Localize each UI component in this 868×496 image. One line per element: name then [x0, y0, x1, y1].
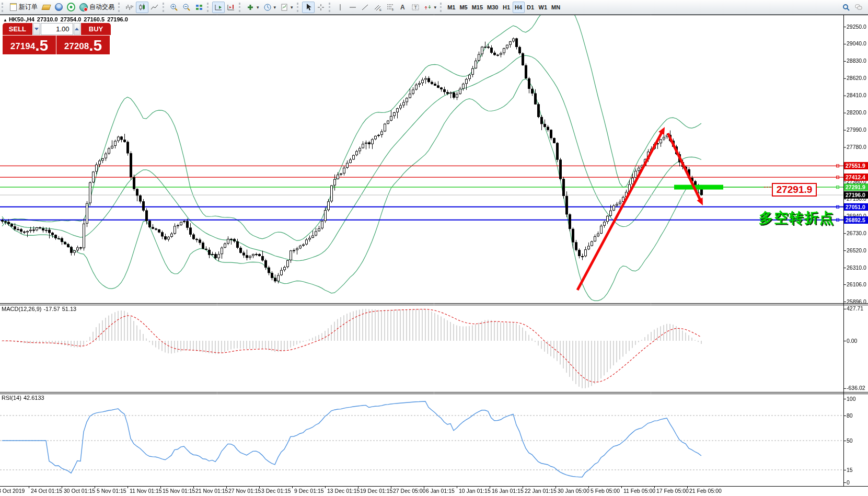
auto-scroll-button[interactable] [212, 2, 225, 13]
price-axis-tick: 28620.0 [847, 75, 866, 82]
dropdown-arrow-icon[interactable]: ▾ [434, 5, 437, 10]
triangle-down-icon [34, 28, 39, 30]
price-axis-tick: 25896.0 [847, 298, 866, 305]
chart-canvas[interactable] [0, 0, 868, 496]
toolbar-grip [440, 3, 443, 12]
line-chart-button[interactable] [148, 2, 161, 13]
periods-icon [263, 3, 272, 11]
tf-w1-button[interactable]: W1 [537, 2, 550, 13]
sell-price-main: 27194 [10, 40, 35, 53]
zoom-in-button[interactable] [168, 2, 180, 13]
autotrading-button[interactable]: 自动交易 [77, 2, 117, 13]
time-axis-label: 6 Jan 01:15 [426, 488, 455, 494]
chart-shift-button[interactable] [225, 2, 237, 13]
price-axis-tick: 26730.0 [847, 230, 866, 237]
price-axis-tick: 29040.0 [847, 40, 866, 47]
metaeditor-button[interactable] [40, 2, 52, 13]
crosshair-button[interactable] [315, 2, 327, 13]
volume-input[interactable] [41, 23, 73, 35]
zoom-out-button[interactable] [180, 2, 193, 13]
buy-price-pips: .5 [89, 38, 102, 53]
price-axis-tick: 26310.0 [847, 264, 866, 271]
text-button[interactable]: A [397, 2, 409, 13]
sell-price-pips: .5 [35, 38, 48, 53]
rsi-indicator-label: RSI(14)42.6133 [2, 395, 47, 401]
toolbar-right [840, 2, 868, 13]
rsi-value: 42.6133 [24, 395, 44, 401]
bars-icon [125, 3, 134, 11]
volume-decrease-button[interactable] [33, 23, 40, 35]
tile-windows-button[interactable] [193, 2, 205, 13]
arrows-button[interactable]: ▾ [422, 2, 439, 13]
ohlc-high: 27354.0 [61, 16, 82, 22]
crosshair-icon [317, 3, 325, 11]
ohlc-open: 27310.0 [37, 16, 58, 22]
sell-price-panel[interactable]: 27194 .5 [3, 36, 56, 54]
time-axis-label: 27 Nov 01:15 [228, 488, 261, 494]
svg-text:F: F [392, 8, 394, 11]
collapse-triangle-icon[interactable]: ▲ [3, 18, 7, 22]
shapes-icon [424, 3, 432, 11]
vertical-line-button[interactable] [334, 2, 346, 13]
search-button[interactable] [840, 2, 852, 13]
time-axis-label: 27 Dec 05:00 [393, 488, 425, 494]
tf-m15-label: M15 [472, 4, 483, 10]
tf-h1-button[interactable]: H1 [501, 2, 513, 13]
periods-button[interactable]: ▾ [261, 2, 279, 13]
rsi-name: RSI(14) [2, 395, 21, 401]
price-axis-tick: 28410.0 [847, 92, 866, 99]
price-level-tag: 27291.9 [844, 183, 868, 191]
search-icon [842, 3, 850, 11]
autotrading-icon [79, 3, 88, 11]
tf-m1-label: M1 [447, 4, 455, 10]
cursor-icon [304, 3, 313, 11]
price-axis-tick: 26106.0 [847, 281, 866, 288]
indicators-button[interactable]: ▾ [244, 2, 261, 13]
sell-button[interactable]: SELL [3, 23, 32, 35]
time-axis-label: 13 Dec 01:15 [327, 488, 360, 494]
text-label-button[interactable]: T [409, 2, 422, 13]
metaeditor-icon [42, 3, 50, 11]
tf-mn-button[interactable]: MN [549, 2, 562, 13]
time-axis-label: 11 Feb 05:00 [623, 488, 655, 494]
tf-m5-label: M5 [459, 4, 467, 10]
dropdown-arrow-icon[interactable]: ▾ [257, 5, 259, 10]
new-order-button[interactable]: 新订单 [7, 2, 40, 13]
candlestick-chart-button[interactable] [136, 2, 148, 13]
tf-m30-button[interactable]: M30 [485, 2, 500, 13]
autotrading-label: 自动交易 [89, 3, 114, 11]
dropdown-arrow-icon[interactable]: ▾ [274, 5, 276, 10]
price-annotation-tag[interactable]: 27291.9 [772, 183, 817, 197]
buy-price-panel[interactable]: 27208 .5 [56, 36, 110, 54]
tf-d1-button[interactable]: D1 [525, 2, 537, 13]
community-button[interactable] [52, 2, 65, 13]
candlesticks-icon [138, 3, 146, 11]
trendline-button[interactable] [359, 2, 372, 13]
horizontal-line-button[interactable] [346, 2, 359, 13]
ohlc-close: 27196.0 [107, 16, 128, 22]
signals-button[interactable] [65, 2, 77, 13]
equidistant-channel-button[interactable]: E [372, 2, 384, 13]
macd-main-value: -17.57 [43, 306, 60, 312]
tf-mn-label: MN [551, 4, 560, 10]
templates-button[interactable]: ▾ [278, 2, 295, 13]
new-order-icon [9, 3, 17, 11]
dropdown-arrow-icon[interactable]: ▾ [291, 5, 293, 10]
bar-chart-button[interactable] [123, 2, 136, 13]
tf-h4-button[interactable]: H4 [513, 2, 525, 13]
tf-m15-button[interactable]: M15 [470, 2, 485, 13]
zoom-in-icon [170, 3, 178, 11]
tf-h4-label: H4 [515, 4, 522, 10]
price-axis-tick: 26520.0 [847, 247, 866, 254]
fibonacci-button[interactable]: F [384, 2, 397, 13]
buy-button[interactable]: BUY [81, 23, 111, 35]
volume-increase-button[interactable] [74, 23, 81, 35]
tf-m5-button[interactable]: M5 [457, 2, 469, 13]
tf-m1-button[interactable]: M1 [445, 2, 457, 13]
macd-name: MACD(12,26,9) [2, 306, 41, 312]
chat-button[interactable] [852, 2, 865, 13]
symbol-name: HK50-,H4 [9, 16, 34, 22]
cursor-button[interactable] [302, 2, 315, 13]
price-axis-tick: 29250.0 [847, 24, 866, 30]
price-level-tag: 27051.0 [844, 203, 868, 211]
